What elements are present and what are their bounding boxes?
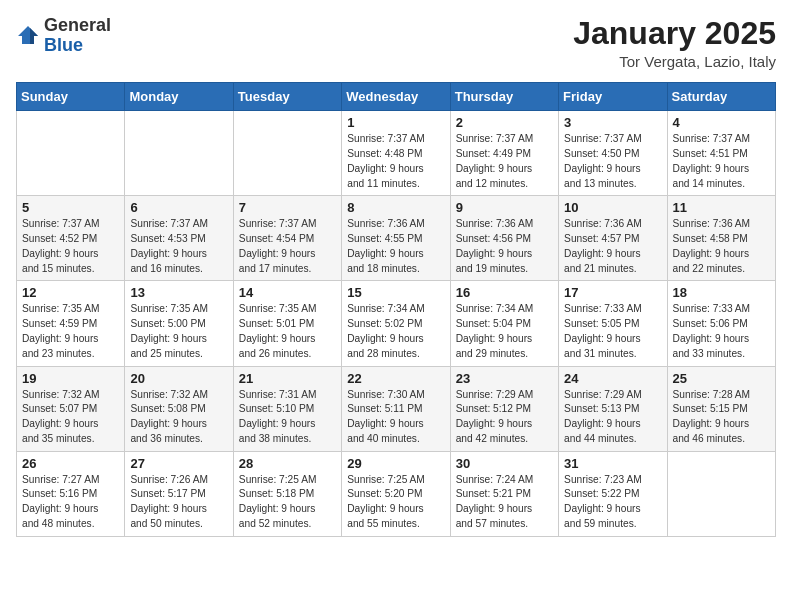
day-cell: 23Sunrise: 7:29 AM Sunset: 5:12 PM Dayli… <box>450 366 558 451</box>
day-info: Sunrise: 7:32 AM Sunset: 5:08 PM Dayligh… <box>130 388 227 447</box>
weekday-header-wednesday: Wednesday <box>342 83 450 111</box>
title-block: January 2025 Tor Vergata, Lazio, Italy <box>573 16 776 70</box>
weekday-header-thursday: Thursday <box>450 83 558 111</box>
day-number: 5 <box>22 200 119 215</box>
day-cell: 11Sunrise: 7:36 AM Sunset: 4:58 PM Dayli… <box>667 196 775 281</box>
month-title: January 2025 <box>573 16 776 51</box>
day-number: 1 <box>347 115 444 130</box>
day-info: Sunrise: 7:37 AM Sunset: 4:51 PM Dayligh… <box>673 132 770 191</box>
logo-icon <box>16 24 40 48</box>
day-info: Sunrise: 7:35 AM Sunset: 5:01 PM Dayligh… <box>239 302 336 361</box>
day-number: 22 <box>347 371 444 386</box>
day-cell: 9Sunrise: 7:36 AM Sunset: 4:56 PM Daylig… <box>450 196 558 281</box>
day-number: 6 <box>130 200 227 215</box>
day-number: 15 <box>347 285 444 300</box>
week-row-4: 19Sunrise: 7:32 AM Sunset: 5:07 PM Dayli… <box>17 366 776 451</box>
day-info: Sunrise: 7:35 AM Sunset: 4:59 PM Dayligh… <box>22 302 119 361</box>
day-cell: 21Sunrise: 7:31 AM Sunset: 5:10 PM Dayli… <box>233 366 341 451</box>
day-cell: 6Sunrise: 7:37 AM Sunset: 4:53 PM Daylig… <box>125 196 233 281</box>
day-info: Sunrise: 7:29 AM Sunset: 5:13 PM Dayligh… <box>564 388 661 447</box>
day-cell: 16Sunrise: 7:34 AM Sunset: 5:04 PM Dayli… <box>450 281 558 366</box>
day-number: 3 <box>564 115 661 130</box>
day-cell: 7Sunrise: 7:37 AM Sunset: 4:54 PM Daylig… <box>233 196 341 281</box>
day-number: 9 <box>456 200 553 215</box>
day-cell: 30Sunrise: 7:24 AM Sunset: 5:21 PM Dayli… <box>450 451 558 536</box>
day-cell: 20Sunrise: 7:32 AM Sunset: 5:08 PM Dayli… <box>125 366 233 451</box>
day-cell: 18Sunrise: 7:33 AM Sunset: 5:06 PM Dayli… <box>667 281 775 366</box>
logo: General Blue <box>16 16 111 56</box>
day-number: 10 <box>564 200 661 215</box>
day-info: Sunrise: 7:25 AM Sunset: 5:18 PM Dayligh… <box>239 473 336 532</box>
day-number: 23 <box>456 371 553 386</box>
day-info: Sunrise: 7:25 AM Sunset: 5:20 PM Dayligh… <box>347 473 444 532</box>
day-number: 19 <box>22 371 119 386</box>
day-info: Sunrise: 7:32 AM Sunset: 5:07 PM Dayligh… <box>22 388 119 447</box>
day-cell: 8Sunrise: 7:36 AM Sunset: 4:55 PM Daylig… <box>342 196 450 281</box>
week-row-3: 12Sunrise: 7:35 AM Sunset: 4:59 PM Dayli… <box>17 281 776 366</box>
day-info: Sunrise: 7:36 AM Sunset: 4:57 PM Dayligh… <box>564 217 661 276</box>
day-cell: 4Sunrise: 7:37 AM Sunset: 4:51 PM Daylig… <box>667 111 775 196</box>
day-number: 17 <box>564 285 661 300</box>
day-number: 31 <box>564 456 661 471</box>
day-info: Sunrise: 7:27 AM Sunset: 5:16 PM Dayligh… <box>22 473 119 532</box>
day-cell: 12Sunrise: 7:35 AM Sunset: 4:59 PM Dayli… <box>17 281 125 366</box>
week-row-5: 26Sunrise: 7:27 AM Sunset: 5:16 PM Dayli… <box>17 451 776 536</box>
location-title: Tor Vergata, Lazio, Italy <box>573 53 776 70</box>
day-cell: 10Sunrise: 7:36 AM Sunset: 4:57 PM Dayli… <box>559 196 667 281</box>
day-number: 7 <box>239 200 336 215</box>
day-cell: 19Sunrise: 7:32 AM Sunset: 5:07 PM Dayli… <box>17 366 125 451</box>
day-cell <box>667 451 775 536</box>
day-number: 20 <box>130 371 227 386</box>
weekday-header-saturday: Saturday <box>667 83 775 111</box>
day-info: Sunrise: 7:31 AM Sunset: 5:10 PM Dayligh… <box>239 388 336 447</box>
day-info: Sunrise: 7:36 AM Sunset: 4:56 PM Dayligh… <box>456 217 553 276</box>
day-info: Sunrise: 7:34 AM Sunset: 5:02 PM Dayligh… <box>347 302 444 361</box>
day-number: 25 <box>673 371 770 386</box>
day-cell: 26Sunrise: 7:27 AM Sunset: 5:16 PM Dayli… <box>17 451 125 536</box>
day-info: Sunrise: 7:33 AM Sunset: 5:05 PM Dayligh… <box>564 302 661 361</box>
calendar: SundayMondayTuesdayWednesdayThursdayFrid… <box>16 82 776 537</box>
day-cell: 27Sunrise: 7:26 AM Sunset: 5:17 PM Dayli… <box>125 451 233 536</box>
day-number: 12 <box>22 285 119 300</box>
day-number: 27 <box>130 456 227 471</box>
weekday-header-friday: Friday <box>559 83 667 111</box>
day-info: Sunrise: 7:35 AM Sunset: 5:00 PM Dayligh… <box>130 302 227 361</box>
day-number: 30 <box>456 456 553 471</box>
day-info: Sunrise: 7:34 AM Sunset: 5:04 PM Dayligh… <box>456 302 553 361</box>
day-cell: 13Sunrise: 7:35 AM Sunset: 5:00 PM Dayli… <box>125 281 233 366</box>
day-cell: 1Sunrise: 7:37 AM Sunset: 4:48 PM Daylig… <box>342 111 450 196</box>
day-cell: 28Sunrise: 7:25 AM Sunset: 5:18 PM Dayli… <box>233 451 341 536</box>
day-info: Sunrise: 7:37 AM Sunset: 4:53 PM Dayligh… <box>130 217 227 276</box>
day-cell: 25Sunrise: 7:28 AM Sunset: 5:15 PM Dayli… <box>667 366 775 451</box>
day-info: Sunrise: 7:37 AM Sunset: 4:49 PM Dayligh… <box>456 132 553 191</box>
day-cell <box>233 111 341 196</box>
day-cell: 14Sunrise: 7:35 AM Sunset: 5:01 PM Dayli… <box>233 281 341 366</box>
day-cell: 24Sunrise: 7:29 AM Sunset: 5:13 PM Dayli… <box>559 366 667 451</box>
day-info: Sunrise: 7:30 AM Sunset: 5:11 PM Dayligh… <box>347 388 444 447</box>
day-cell: 15Sunrise: 7:34 AM Sunset: 5:02 PM Dayli… <box>342 281 450 366</box>
day-cell <box>125 111 233 196</box>
day-cell: 29Sunrise: 7:25 AM Sunset: 5:20 PM Dayli… <box>342 451 450 536</box>
day-number: 21 <box>239 371 336 386</box>
day-cell: 5Sunrise: 7:37 AM Sunset: 4:52 PM Daylig… <box>17 196 125 281</box>
day-info: Sunrise: 7:37 AM Sunset: 4:50 PM Dayligh… <box>564 132 661 191</box>
svg-marker-1 <box>30 28 38 44</box>
day-cell: 2Sunrise: 7:37 AM Sunset: 4:49 PM Daylig… <box>450 111 558 196</box>
day-cell: 31Sunrise: 7:23 AM Sunset: 5:22 PM Dayli… <box>559 451 667 536</box>
weekday-header-monday: Monday <box>125 83 233 111</box>
day-number: 16 <box>456 285 553 300</box>
day-cell: 22Sunrise: 7:30 AM Sunset: 5:11 PM Dayli… <box>342 366 450 451</box>
day-info: Sunrise: 7:37 AM Sunset: 4:52 PM Dayligh… <box>22 217 119 276</box>
day-cell <box>17 111 125 196</box>
day-info: Sunrise: 7:36 AM Sunset: 4:55 PM Dayligh… <box>347 217 444 276</box>
day-number: 29 <box>347 456 444 471</box>
day-info: Sunrise: 7:24 AM Sunset: 5:21 PM Dayligh… <box>456 473 553 532</box>
day-info: Sunrise: 7:28 AM Sunset: 5:15 PM Dayligh… <box>673 388 770 447</box>
day-number: 4 <box>673 115 770 130</box>
day-number: 24 <box>564 371 661 386</box>
day-info: Sunrise: 7:29 AM Sunset: 5:12 PM Dayligh… <box>456 388 553 447</box>
day-number: 13 <box>130 285 227 300</box>
logo-text: General Blue <box>44 16 111 56</box>
logo-blue: Blue <box>44 35 83 55</box>
day-info: Sunrise: 7:36 AM Sunset: 4:58 PM Dayligh… <box>673 217 770 276</box>
